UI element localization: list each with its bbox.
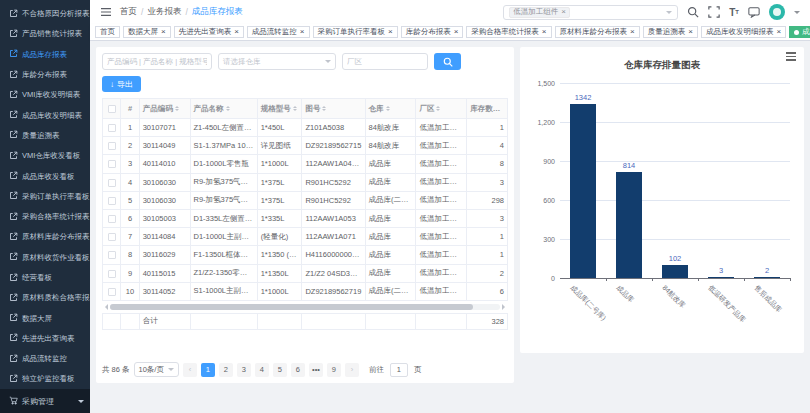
row-checkbox[interactable] — [108, 197, 116, 205]
sidebar-item[interactable]: 原材料收货作业看板 — [0, 248, 90, 268]
sidebar-item[interactable]: 库龄分布报表 — [0, 65, 90, 85]
sidebar-item[interactable]: VMI仓库收发看板 — [0, 146, 90, 166]
close-icon[interactable]: × — [234, 28, 239, 36]
sidebar-item[interactable]: 采购订单执行率看板 — [0, 187, 90, 207]
page-button-1[interactable]: 1 — [201, 363, 215, 377]
select-all-checkbox-cell[interactable] — [103, 99, 121, 119]
row-checkbox[interactable] — [108, 179, 116, 187]
chart-bar[interactable] — [662, 265, 688, 278]
chart-bar[interactable] — [616, 172, 642, 278]
tab-库龄分布报表[interactable]: 库龄分布报表× — [401, 26, 464, 39]
sidebar-item[interactable]: 成品库收发明细表 — [0, 105, 90, 125]
sidebar-item[interactable]: 不合格原因分析报表 — [0, 4, 90, 24]
scroll-left-icon[interactable] — [102, 304, 108, 310]
tab-原材料库龄分布报表[interactable]: 原材料库龄分布报表× — [555, 26, 640, 39]
close-icon[interactable]: × — [630, 28, 635, 36]
row-checkbox[interactable] — [108, 215, 116, 223]
page-button-2[interactable]: 2 — [219, 363, 233, 377]
tab-成品库收发明细报表[interactable]: 成品库收发明细报表× — [701, 26, 786, 39]
column-header-规格型号[interactable]: 规格型号 — [257, 99, 302, 119]
horizontal-scrollbar[interactable] — [102, 304, 508, 310]
close-icon[interactable]: × — [454, 28, 459, 36]
tab-采购合格率统计报表[interactable]: 采购合格率统计报表× — [466, 26, 551, 39]
sidebar-item[interactable]: 成品库收发看板 — [0, 166, 90, 186]
sidebar-item[interactable]: 质量追溯表 — [0, 126, 90, 146]
row-checkbox[interactable] — [108, 270, 116, 278]
close-icon[interactable]: × — [688, 28, 693, 36]
row-checkbox[interactable] — [108, 251, 116, 259]
factory-input[interactable] — [342, 53, 428, 70]
prev-page-button[interactable]: ‹ — [183, 363, 197, 377]
message-icon[interactable] — [748, 6, 760, 18]
sort-icon[interactable] — [436, 104, 440, 113]
page-button-6[interactable]: 6 — [291, 363, 305, 377]
avatar[interactable] — [769, 4, 785, 20]
breadcrumb-item[interactable]: 首页 — [120, 6, 137, 18]
row-checkbox[interactable] — [108, 142, 116, 150]
sort-icon[interactable] — [386, 104, 390, 113]
breadcrumb-item[interactable]: 业务报表 — [147, 6, 181, 18]
sort-icon[interactable] — [293, 104, 297, 113]
row-checkbox-cell[interactable] — [103, 191, 121, 209]
tab-成品库存报表[interactable]: 成品库存报表× — [789, 26, 810, 39]
tab-质量追溯表[interactable]: 质量追溯表× — [643, 26, 698, 39]
sidebar-item[interactable]: 经营看板 — [0, 268, 90, 288]
row-checkbox-cell[interactable] — [103, 282, 121, 300]
export-button[interactable]: ↓ 导出 — [102, 76, 141, 92]
sort-icon[interactable] — [175, 104, 179, 113]
tab-先进先出查询表[interactable]: 先进先出查询表× — [174, 26, 244, 39]
keyword-input[interactable] — [102, 53, 212, 70]
tab-首页[interactable]: 首页 — [95, 26, 120, 39]
page-button-5[interactable]: 5 — [273, 363, 287, 377]
row-checkbox-cell[interactable] — [103, 228, 121, 246]
column-header-产品名称[interactable]: 产品名称 — [190, 99, 257, 119]
row-checkbox-cell[interactable] — [103, 246, 121, 264]
close-icon[interactable]: × — [542, 28, 547, 36]
row-checkbox-cell[interactable] — [103, 137, 121, 155]
row-checkbox[interactable] — [108, 124, 116, 132]
warehouse-select[interactable]: 请选择仓库 — [218, 53, 336, 70]
row-checkbox-cell[interactable] — [103, 173, 121, 191]
chart-bar[interactable] — [708, 277, 734, 278]
close-icon[interactable]: × — [300, 28, 305, 36]
header-filter-select[interactable]: 低温加工组件 × — [503, 5, 678, 20]
column-header-图号[interactable]: 图号 — [302, 99, 365, 119]
column-header-产品编码[interactable]: 产品编码 — [139, 99, 190, 119]
scrollbar-track[interactable] — [110, 304, 500, 310]
close-icon[interactable]: × — [561, 8, 566, 16]
sidebar-item[interactable]: 产品销售统计报表 — [0, 24, 90, 44]
sidebar-item[interactable]: 原材料库龄分布报表 — [0, 227, 90, 247]
column-header-仓库[interactable]: 仓库 — [365, 99, 416, 119]
chart-bar[interactable] — [570, 104, 596, 278]
row-checkbox-cell[interactable] — [103, 264, 121, 282]
sidebar-item[interactable]: 成品流转监控 — [0, 349, 90, 369]
sidebar-item[interactable]: 采购合格率统计报表 — [0, 207, 90, 227]
sidebar-item[interactable]: 原材料质检合格率报表 — [0, 288, 90, 308]
scroll-right-icon[interactable] — [502, 304, 508, 310]
row-checkbox[interactable] — [108, 233, 116, 241]
chart-bar[interactable] — [754, 277, 780, 278]
sidebar-item[interactable]: 数据大屏 — [0, 308, 90, 328]
search-icon[interactable] — [687, 6, 699, 18]
row-checkbox-cell[interactable] — [103, 155, 121, 173]
font-size-icon[interactable]: TT — [729, 7, 739, 18]
sort-icon[interactable] — [226, 104, 230, 113]
sort-icon[interactable] — [322, 104, 326, 113]
sidebar-item[interactable]: 先进先出查询表 — [0, 329, 90, 349]
sidebar-item[interactable]: 成品库存报表 — [0, 45, 90, 65]
row-checkbox-cell[interactable] — [103, 119, 121, 137]
close-icon[interactable]: × — [388, 28, 393, 36]
select-all-checkbox[interactable] — [108, 105, 116, 113]
row-checkbox-cell[interactable] — [103, 209, 121, 227]
page-button-3[interactable]: 3 — [237, 363, 251, 377]
search-button[interactable] — [434, 53, 461, 70]
chart-menu-icon[interactable] — [786, 52, 796, 61]
fullscreen-icon[interactable] — [708, 6, 720, 18]
page-button-4[interactable]: 4 — [255, 363, 269, 377]
column-header-库存数量[interactable]: 库存数量 — [467, 99, 508, 119]
page-button-9[interactable]: 9 — [327, 363, 341, 377]
page-size-select[interactable]: 10条/页 — [134, 362, 179, 377]
tab-数据大屏[interactable]: 数据大屏× — [123, 26, 171, 39]
sidebar-item[interactable]: VMI库收发明细表 — [0, 85, 90, 105]
row-checkbox[interactable] — [108, 160, 116, 168]
